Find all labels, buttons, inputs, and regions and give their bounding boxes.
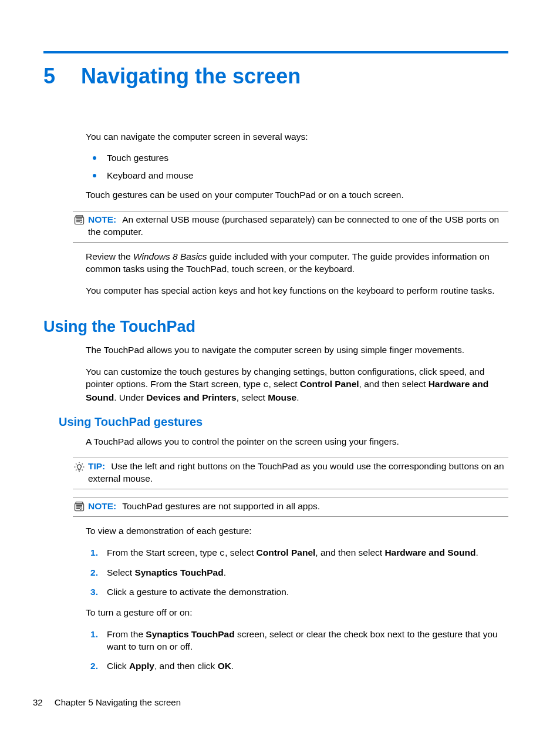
list-item: Click Apply, and then click OK. bbox=[107, 660, 508, 673]
note-callout: NOTE:An external USB mouse (purchased se… bbox=[73, 211, 508, 243]
page-footer: 32 Chapter 5 Navigating the screen bbox=[33, 697, 181, 707]
svg-rect-1 bbox=[76, 216, 83, 217]
chapter-title: Navigating the screen bbox=[81, 64, 301, 89]
list-item: Touch gestures bbox=[107, 153, 508, 163]
note-icon bbox=[73, 214, 86, 226]
toggle-lead: To turn a gesture off or on: bbox=[86, 607, 508, 619]
tip-text: TIP:Use the left and right buttons on th… bbox=[88, 461, 508, 485]
demo-steps: From the Start screen, type c, select Co… bbox=[86, 547, 508, 599]
note-text: NOTE:An external USB mouse (purchased se… bbox=[88, 214, 508, 238]
tip-callout: TIP:Use the left and right buttons on th… bbox=[73, 458, 508, 489]
intro-text: You can navigate the computer screen in … bbox=[86, 131, 508, 143]
svg-rect-3 bbox=[76, 502, 83, 504]
demo-lead: To view a demonstration of each gesture: bbox=[86, 525, 508, 537]
chapter-heading: 5 Navigating the screen bbox=[43, 64, 508, 89]
list-item: Keyboard and mouse bbox=[107, 170, 508, 181]
list-item: Select Synaptics TouchPad. bbox=[107, 567, 508, 579]
section-heading: Using the TouchPad bbox=[43, 318, 508, 336]
page-number: 32 bbox=[33, 697, 43, 707]
touchpad-intro: The TouchPad allows you to navigate the … bbox=[86, 344, 508, 357]
toggle-steps: From the Synaptics TouchPad screen, sele… bbox=[86, 629, 508, 673]
list-item: From the Start screen, type c, select Co… bbox=[107, 547, 508, 560]
gestures-intro: A TouchPad allows you to control the poi… bbox=[86, 436, 508, 448]
hotkeys-text: You computer has special action keys and… bbox=[86, 285, 508, 297]
note-callout-2: NOTE:TouchPad gestures are not supported… bbox=[73, 498, 508, 517]
intro-bullets: Touch gestures Keyboard and mouse bbox=[86, 153, 508, 181]
review-text: Review the Windows 8 Basics guide includ… bbox=[86, 251, 508, 275]
footer-chapter: Chapter 5 Navigating the screen bbox=[55, 697, 181, 707]
list-item: Click a gesture to activate the demonstr… bbox=[107, 586, 508, 599]
list-item: From the Synaptics TouchPad screen, sele… bbox=[107, 629, 508, 653]
note-icon bbox=[73, 500, 86, 513]
subsection-heading: Using TouchPad gestures bbox=[59, 415, 508, 429]
chapter-number: 5 bbox=[43, 64, 55, 89]
intro-after: Touch gestures can be used on your compu… bbox=[86, 189, 508, 201]
touchpad-customize: You can customize the touch gestures by … bbox=[86, 366, 508, 404]
note-text-2: NOTE:TouchPad gestures are not supported… bbox=[88, 500, 320, 513]
tip-icon bbox=[73, 461, 86, 473]
chapter-rule bbox=[43, 51, 508, 53]
